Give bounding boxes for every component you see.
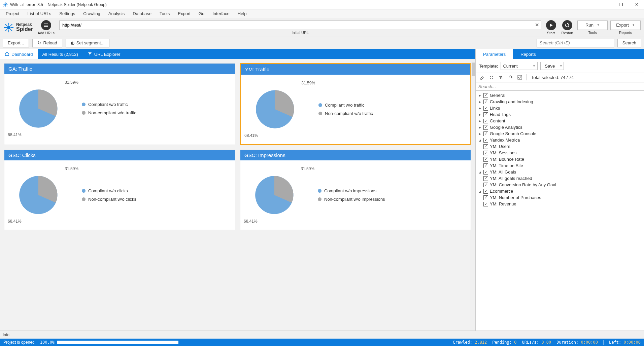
tree-arrow-icon[interactable]: ▶ (478, 100, 482, 104)
tree-arrow-icon[interactable]: ▶ (478, 94, 482, 97)
menu-item-export[interactable]: Export (174, 10, 194, 17)
tab-dashboard[interactable]: Dashboard (0, 49, 38, 59)
chevron-down-icon: ▼ (597, 24, 600, 27)
tree-arrow-icon[interactable]: ▶ (478, 126, 482, 129)
checkbox[interactable]: ✓ (483, 202, 488, 206)
run-dropdown[interactable]: Run ▼ (577, 21, 608, 30)
tab-reports[interactable]: Reports (513, 49, 543, 59)
redo-icon[interactable] (507, 74, 513, 80)
menu-item-settings[interactable]: Settings (56, 10, 79, 17)
menu-item-crawling[interactable]: Crawling (79, 10, 104, 17)
export-dropdown[interactable]: Export ▼ (610, 21, 641, 30)
tree-arrow-icon[interactable]: ◢ (478, 139, 482, 142)
tree-node[interactable]: ◢ ✓ Ecommerce (478, 188, 642, 194)
checkbox[interactable]: ✓ (483, 195, 488, 200)
checkbox[interactable]: ✓ (483, 125, 488, 130)
checkbox[interactable]: ✓ (483, 176, 488, 181)
menu-item-list-of-urls[interactable]: List of URLs (24, 10, 55, 17)
scrollbar[interactable] (471, 59, 475, 331)
tab-all-results[interactable]: All Results (2,812) (38, 49, 83, 59)
tree-node[interactable]: ✓ YM: All goals reached (478, 175, 642, 182)
tree-label: Head Tags (490, 112, 511, 117)
tree-arrow-icon[interactable]: ▶ (478, 132, 482, 136)
window-title: With_all_error_3.5 – Netpeak Spider (Net… (10, 2, 601, 7)
close-button[interactable]: ✕ (632, 2, 641, 7)
checkbox[interactable]: ✓ (483, 138, 488, 143)
tree-node[interactable]: ✓ YM: Conversion Rate by Any Goal (478, 182, 642, 188)
checkbox[interactable]: ✓ (483, 144, 488, 149)
right-panel: Parameters Reports Template: Current ▼ S… (476, 49, 644, 331)
tree-node[interactable]: ✓ YM: Bounce Rate (478, 156, 642, 162)
collapse-icon[interactable] (488, 74, 495, 80)
menu-item-tools[interactable]: Tools (156, 10, 173, 17)
clear-url-icon[interactable]: ✕ (535, 22, 539, 28)
checkbox[interactable]: ✓ (483, 93, 488, 98)
tree-label: YM: Number of Purchases (490, 195, 541, 200)
start-button[interactable]: Start (545, 20, 557, 35)
menu-item-project[interactable]: Project (2, 10, 23, 17)
eraser-icon[interactable] (479, 74, 485, 80)
scrollbar-thumb[interactable] (472, 63, 475, 76)
menu-item-help[interactable]: Help (234, 10, 250, 17)
checkbox[interactable]: ✓ (483, 151, 488, 155)
parameters-search-input[interactable] (476, 82, 644, 91)
tree-label: YM: Sessions (490, 150, 516, 155)
tree-node[interactable]: ▶ ✓ Crawling and Indexing (478, 99, 642, 105)
tree-node[interactable]: ✓ YM: Time on Site (478, 162, 642, 169)
tab-url-explorer[interactable]: URL Explorer (83, 49, 125, 59)
tree-node[interactable]: ✓ YM: Revenue (478, 201, 642, 207)
checkbox[interactable]: ✓ (483, 163, 488, 168)
checkbox[interactable]: ✓ (483, 100, 488, 104)
search-button[interactable]: Search (617, 39, 641, 47)
tree-arrow-icon[interactable]: ◢ (478, 170, 482, 174)
add-urls-button[interactable]: Add URLs (36, 20, 56, 35)
search-input[interactable] (537, 39, 614, 47)
checkbox[interactable]: ✓ (483, 106, 488, 111)
info-bar: Info (0, 331, 644, 339)
menu-item-database[interactable]: Database (129, 10, 155, 17)
export-button[interactable]: Export... (3, 39, 29, 47)
tree-node[interactable]: ◢ ✓ Yandex.Metrica (478, 137, 642, 143)
tab-parameters[interactable]: Parameters (476, 49, 513, 59)
tree-node[interactable]: ▶ ✓ Google Search Console (478, 130, 642, 137)
template-select[interactable]: Current ▼ (501, 62, 538, 70)
swap-icon[interactable] (498, 74, 504, 80)
menu-item-go[interactable]: Go (195, 10, 208, 17)
menu-item-interface[interactable]: Interface (209, 10, 233, 17)
legend-dot (318, 197, 321, 201)
run-label: Run (585, 23, 594, 28)
checkbox[interactable]: ✓ (483, 183, 488, 187)
menu-item-analysis[interactable]: Analysis (105, 10, 128, 17)
url-input[interactable] (59, 21, 541, 30)
tree-node[interactable]: ▶ ✓ Links (478, 105, 642, 111)
restart-button[interactable]: Restart (560, 20, 575, 35)
minimize-button[interactable]: — (601, 2, 610, 7)
tree-node[interactable]: ✓ YM: Sessions (478, 150, 642, 156)
checkbox[interactable]: ✓ (483, 170, 488, 175)
check-all-icon[interactable] (517, 74, 523, 80)
tree-node[interactable]: ▶ ✓ Head Tags (478, 111, 642, 118)
checkbox[interactable]: ✓ (483, 131, 488, 136)
tree-node[interactable]: ▶ ✓ Content (478, 118, 642, 124)
reload-button[interactable]: ↻ Reload (32, 39, 62, 47)
checkbox[interactable]: ✓ (483, 119, 488, 123)
tree-node[interactable]: ▶ ✓ Google Analytics (478, 124, 642, 130)
tree-arrow-icon[interactable]: ◢ (478, 190, 482, 193)
chevron-down-icon: ▼ (533, 65, 535, 68)
tree-node[interactable]: ✓ YM: Users (478, 143, 642, 150)
save-template-button[interactable]: Save ▼ (540, 62, 564, 70)
checkbox[interactable]: ✓ (483, 189, 488, 194)
checkbox[interactable]: ✓ (483, 157, 488, 162)
svg-point-9 (7, 26, 11, 29)
filter-icon (88, 51, 92, 57)
tree-node[interactable]: ◢ ✓ YM: All Goals (478, 169, 642, 175)
set-segment-button[interactable]: ◐ Set segment... (66, 39, 110, 47)
tree-node[interactable]: ▶ ✓ General (478, 92, 642, 99)
tree-arrow-icon[interactable]: ▶ (478, 107, 482, 110)
checkbox[interactable]: ✓ (483, 112, 488, 117)
svg-line-15 (10, 29, 12, 31)
maximize-button[interactable]: ❐ (616, 2, 626, 7)
tree-arrow-icon[interactable]: ▶ (478, 119, 482, 123)
tree-arrow-icon[interactable]: ▶ (478, 113, 482, 116)
tree-node[interactable]: ✓ YM: Number of Purchases (478, 194, 642, 201)
